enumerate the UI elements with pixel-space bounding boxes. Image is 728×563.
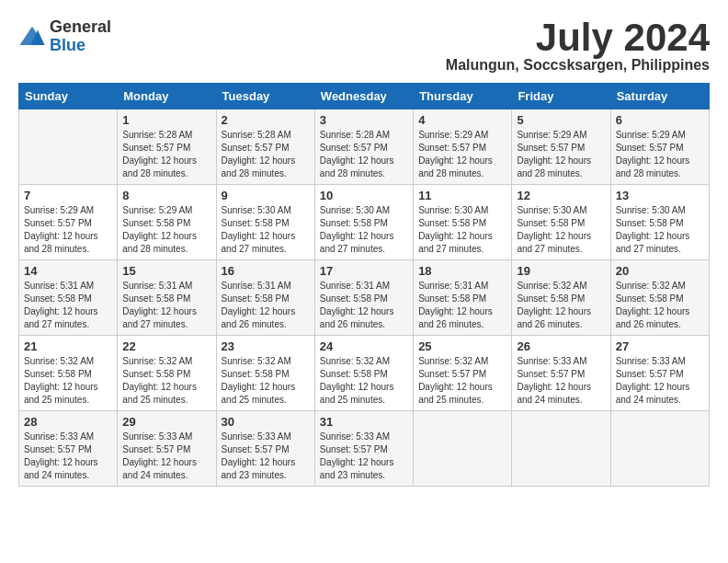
day-info: Sunrise: 5:31 AMSunset: 5:58 PMDaylight:… (24, 280, 112, 331)
calendar-cell (414, 411, 512, 487)
calendar-cell: 16Sunrise: 5:31 AMSunset: 5:58 PMDayligh… (216, 260, 314, 336)
calendar-cell: 13Sunrise: 5:30 AMSunset: 5:58 PMDayligh… (610, 185, 709, 260)
day-number: 22 (122, 339, 210, 353)
day-number: 4 (418, 113, 506, 127)
logo-blue: Blue (50, 37, 111, 55)
header-thursday: Thursday (414, 84, 512, 109)
day-number: 20 (616, 264, 704, 278)
day-info: Sunrise: 5:29 AMSunset: 5:57 PMDaylight:… (418, 129, 506, 180)
day-number: 11 (418, 189, 506, 202)
day-number: 1 (122, 113, 210, 127)
calendar-cell: 28Sunrise: 5:33 AMSunset: 5:57 PMDayligh… (19, 411, 118, 487)
month-year: July 2024 (446, 18, 710, 57)
day-number: 6 (616, 113, 704, 127)
day-info: Sunrise: 5:33 AMSunset: 5:57 PMDaylight:… (24, 431, 112, 482)
day-info: Sunrise: 5:30 AMSunset: 5:58 PMDaylight:… (222, 204, 310, 256)
calendar-cell: 22Sunrise: 5:32 AMSunset: 5:58 PMDayligh… (118, 336, 216, 411)
calendar-cell: 7Sunrise: 5:29 AMSunset: 5:57 PMDaylight… (19, 185, 118, 260)
day-number: 15 (122, 264, 210, 278)
day-info: Sunrise: 5:33 AMSunset: 5:57 PMDaylight:… (517, 355, 605, 407)
logo-text: General Blue (50, 18, 111, 55)
calendar-body: 1Sunrise: 5:28 AMSunset: 5:57 PMDaylight… (19, 109, 710, 487)
day-info: Sunrise: 5:32 AMSunset: 5:58 PMDaylight:… (616, 280, 704, 331)
calendar-week-2: 7Sunrise: 5:29 AMSunset: 5:57 PMDaylight… (19, 185, 710, 260)
day-info: Sunrise: 5:32 AMSunset: 5:58 PMDaylight:… (222, 355, 310, 407)
day-info: Sunrise: 5:32 AMSunset: 5:58 PMDaylight:… (517, 280, 605, 331)
day-number: 26 (517, 339, 605, 353)
calendar-cell: 19Sunrise: 5:32 AMSunset: 5:58 PMDayligh… (512, 260, 610, 336)
day-number: 29 (122, 415, 210, 429)
day-info: Sunrise: 5:32 AMSunset: 5:58 PMDaylight:… (320, 355, 408, 407)
calendar-cell: 18Sunrise: 5:31 AMSunset: 5:58 PMDayligh… (414, 260, 512, 336)
day-number: 7 (24, 189, 112, 202)
day-info: Sunrise: 5:32 AMSunset: 5:58 PMDaylight:… (24, 355, 112, 407)
day-info: Sunrise: 5:33 AMSunset: 5:57 PMDaylight:… (616, 355, 704, 407)
calendar-week-4: 21Sunrise: 5:32 AMSunset: 5:58 PMDayligh… (19, 336, 710, 411)
day-info: Sunrise: 5:32 AMSunset: 5:58 PMDaylight:… (122, 355, 210, 407)
day-number: 21 (24, 339, 112, 353)
title-section: July 2024 Malungun, Soccsksargen, Philip… (446, 18, 710, 74)
calendar-cell: 2Sunrise: 5:28 AMSunset: 5:57 PMDaylight… (216, 109, 314, 185)
calendar-cell (19, 109, 118, 185)
day-info: Sunrise: 5:30 AMSunset: 5:58 PMDaylight:… (418, 204, 506, 256)
calendar-week-1: 1Sunrise: 5:28 AMSunset: 5:57 PMDaylight… (19, 109, 710, 185)
day-info: Sunrise: 5:30 AMSunset: 5:58 PMDaylight:… (616, 204, 704, 256)
day-info: Sunrise: 5:29 AMSunset: 5:57 PMDaylight:… (517, 129, 605, 180)
calendar-cell: 17Sunrise: 5:31 AMSunset: 5:58 PMDayligh… (314, 260, 413, 336)
day-info: Sunrise: 5:31 AMSunset: 5:58 PMDaylight:… (320, 280, 408, 331)
day-info: Sunrise: 5:29 AMSunset: 5:57 PMDaylight:… (616, 129, 704, 180)
header-friday: Friday (512, 84, 610, 109)
logo-icon (18, 23, 46, 51)
day-info: Sunrise: 5:28 AMSunset: 5:57 PMDaylight:… (222, 129, 310, 180)
day-number: 14 (24, 264, 112, 278)
day-number: 23 (222, 339, 310, 353)
day-number: 9 (222, 189, 310, 202)
day-info: Sunrise: 5:33 AMSunset: 5:57 PMDaylight:… (122, 431, 210, 482)
calendar-cell: 26Sunrise: 5:33 AMSunset: 5:57 PMDayligh… (512, 336, 610, 411)
calendar-week-3: 14Sunrise: 5:31 AMSunset: 5:58 PMDayligh… (19, 260, 710, 336)
day-number: 13 (616, 189, 704, 202)
header-wednesday: Wednesday (314, 84, 413, 109)
header-tuesday: Tuesday (216, 84, 314, 109)
day-number: 28 (24, 415, 112, 429)
day-info: Sunrise: 5:29 AMSunset: 5:58 PMDaylight:… (122, 204, 210, 256)
calendar-cell: 6Sunrise: 5:29 AMSunset: 5:57 PMDaylight… (610, 109, 709, 185)
calendar-week-5: 28Sunrise: 5:33 AMSunset: 5:57 PMDayligh… (19, 411, 710, 487)
calendar-cell (610, 411, 709, 487)
calendar-table: SundayMondayTuesdayWednesdayThursdayFrid… (18, 83, 710, 487)
day-info: Sunrise: 5:29 AMSunset: 5:57 PMDaylight:… (24, 204, 112, 256)
calendar-header-row: SundayMondayTuesdayWednesdayThursdayFrid… (19, 84, 710, 109)
day-info: Sunrise: 5:30 AMSunset: 5:58 PMDaylight:… (320, 204, 408, 256)
day-number: 3 (320, 113, 408, 127)
day-info: Sunrise: 5:31 AMSunset: 5:58 PMDaylight:… (122, 280, 210, 331)
day-number: 31 (320, 415, 408, 429)
header-monday: Monday (118, 84, 216, 109)
day-number: 24 (320, 339, 408, 353)
calendar-cell: 3Sunrise: 5:28 AMSunset: 5:57 PMDaylight… (314, 109, 413, 185)
day-number: 17 (320, 264, 408, 278)
day-info: Sunrise: 5:31 AMSunset: 5:58 PMDaylight:… (418, 280, 506, 331)
logo-general: General (50, 18, 111, 37)
day-number: 8 (122, 189, 210, 202)
calendar-cell: 9Sunrise: 5:30 AMSunset: 5:58 PMDaylight… (216, 185, 314, 260)
header: General Blue July 2024 Malungun, Soccsks… (18, 18, 710, 74)
day-number: 16 (222, 264, 310, 278)
day-number: 25 (418, 339, 506, 353)
location: Malungun, Soccsksargen, Philippines (446, 57, 710, 74)
day-info: Sunrise: 5:28 AMSunset: 5:57 PMDaylight:… (320, 129, 408, 180)
logo: General Blue (18, 18, 111, 55)
calendar-cell: 15Sunrise: 5:31 AMSunset: 5:58 PMDayligh… (118, 260, 216, 336)
day-info: Sunrise: 5:31 AMSunset: 5:58 PMDaylight:… (222, 280, 310, 331)
calendar-cell: 12Sunrise: 5:30 AMSunset: 5:58 PMDayligh… (512, 185, 610, 260)
day-info: Sunrise: 5:32 AMSunset: 5:57 PMDaylight:… (418, 355, 506, 407)
calendar-cell: 30Sunrise: 5:33 AMSunset: 5:57 PMDayligh… (216, 411, 314, 487)
calendar-cell: 29Sunrise: 5:33 AMSunset: 5:57 PMDayligh… (118, 411, 216, 487)
day-number: 27 (616, 339, 704, 353)
day-number: 10 (320, 189, 408, 202)
calendar-cell (512, 411, 610, 487)
calendar-cell: 10Sunrise: 5:30 AMSunset: 5:58 PMDayligh… (314, 185, 413, 260)
calendar-cell: 4Sunrise: 5:29 AMSunset: 5:57 PMDaylight… (414, 109, 512, 185)
calendar-cell: 5Sunrise: 5:29 AMSunset: 5:57 PMDaylight… (512, 109, 610, 185)
day-info: Sunrise: 5:33 AMSunset: 5:57 PMDaylight:… (320, 431, 408, 482)
calendar-cell: 23Sunrise: 5:32 AMSunset: 5:58 PMDayligh… (216, 336, 314, 411)
